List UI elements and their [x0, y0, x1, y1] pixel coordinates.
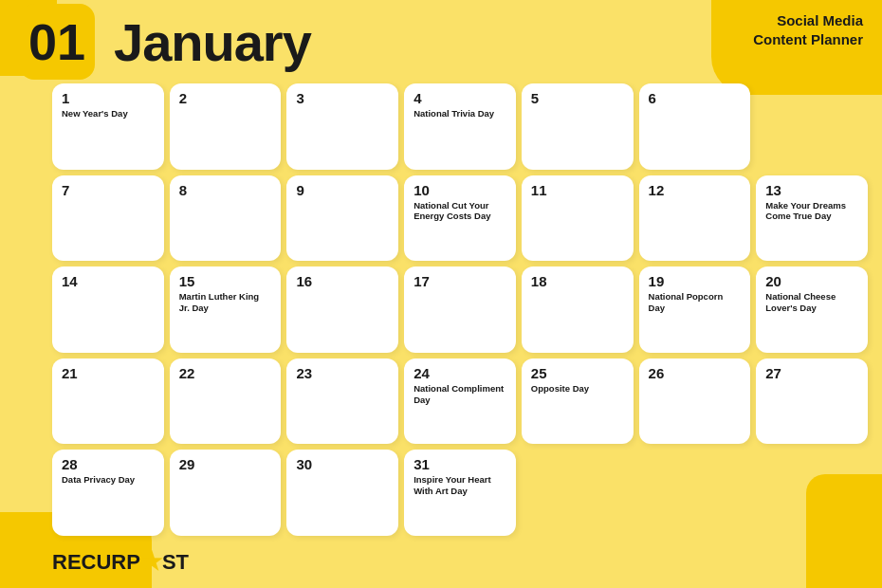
- logo-text: RECUR: [52, 550, 126, 575]
- day-number: 30: [296, 457, 389, 471]
- day-cell: 30: [286, 450, 398, 536]
- day-cell: 9: [286, 175, 398, 262]
- day-cell: 24National Compliment Day: [404, 358, 516, 445]
- day-cell: 6: [639, 83, 751, 170]
- day-number: 13: [765, 183, 858, 197]
- day-number: 29: [179, 457, 272, 471]
- day-cell: 16: [286, 266, 398, 353]
- day-cell: 18: [522, 266, 634, 353]
- day-cell: 17: [404, 266, 516, 353]
- day-cell: 31Inspire Your Heart With Art Day: [404, 450, 516, 536]
- day-cell: 8: [170, 175, 282, 262]
- day-number: 31: [413, 457, 506, 471]
- calendar-grid: 1New Year's Day234National Trivia Day567…: [52, 83, 868, 536]
- day-event: National Popcorn Day: [649, 291, 742, 314]
- day-cell: 29: [170, 450, 282, 536]
- day-event: National Cut Your Energy Costs Day: [413, 200, 506, 223]
- day-number: 7: [62, 183, 155, 197]
- day-cell: 28Data Privacy Day: [52, 450, 164, 536]
- day-event: Opposite Day: [531, 383, 624, 395]
- day-number: 3: [296, 91, 389, 105]
- day-event: National Trivia Day: [413, 108, 506, 119]
- day-cell: 7: [52, 175, 164, 262]
- day-cell: 21: [52, 358, 164, 445]
- day-event: National Cheese Lover's Day: [765, 291, 858, 314]
- day-cell: 11: [522, 175, 634, 262]
- day-number: 14: [62, 274, 155, 288]
- day-number: 27: [765, 366, 858, 380]
- month-name: January: [114, 11, 311, 73]
- day-cell: [639, 450, 751, 536]
- social-media-label: Social Media Content Planner: [753, 11, 863, 48]
- logo-star-icon: ★: [140, 547, 162, 577]
- header: 01 January Social Media Content Planner: [0, 0, 882, 83]
- day-cell: [756, 450, 868, 536]
- day-cell: 3: [286, 83, 398, 170]
- day-number: 6: [649, 91, 742, 105]
- day-cell: 12: [639, 175, 751, 262]
- day-event: Make Your Dreams Come True Day: [765, 200, 858, 223]
- day-number: 25: [531, 366, 624, 380]
- day-cell: 1New Year's Day: [52, 83, 164, 170]
- day-number: 18: [531, 274, 624, 288]
- day-cell: 10National Cut Your Energy Costs Day: [404, 175, 516, 262]
- day-number: 4: [413, 91, 506, 105]
- day-cell: 14: [52, 266, 164, 353]
- day-cell: 4National Trivia Day: [404, 83, 516, 170]
- day-number: 10: [413, 183, 506, 197]
- day-number: 1: [62, 91, 155, 105]
- day-cell: 15Martin Luther King Jr. Day: [170, 266, 282, 353]
- day-number: 11: [531, 183, 624, 197]
- day-cell: 5: [522, 83, 634, 170]
- day-cell: [522, 450, 634, 536]
- day-cell: 27: [756, 358, 868, 445]
- day-cell: 20National Cheese Lover's Day: [756, 266, 868, 353]
- day-number: 26: [649, 366, 742, 380]
- day-event: New Year's Day: [62, 108, 155, 119]
- day-cell: 26: [639, 358, 751, 445]
- day-number: 22: [179, 366, 272, 380]
- day-cell: [756, 83, 868, 170]
- day-number: 2: [179, 91, 272, 105]
- day-number: 24: [413, 366, 506, 380]
- month-number: 01: [19, 4, 95, 80]
- day-number: 21: [62, 366, 155, 380]
- day-cell: 23: [286, 358, 398, 445]
- day-number: 20: [765, 274, 858, 288]
- logo: RECUR P ★ ST: [52, 547, 189, 577]
- day-number: 28: [62, 457, 155, 471]
- day-number: 16: [296, 274, 389, 288]
- day-number: 17: [413, 274, 506, 288]
- day-event: Martin Luther King Jr. Day: [179, 291, 272, 314]
- day-event: National Compliment Day: [413, 383, 506, 406]
- logo-post: P ★ ST: [126, 547, 189, 577]
- day-number: 12: [649, 183, 742, 197]
- day-cell: 2: [170, 83, 282, 170]
- day-number: 19: [649, 274, 742, 288]
- day-number: 8: [179, 183, 272, 197]
- day-cell: 13Make Your Dreams Come True Day: [756, 175, 868, 262]
- day-number: 23: [296, 366, 389, 380]
- day-number: 15: [179, 274, 272, 288]
- day-cell: 22: [170, 358, 282, 445]
- day-event: Data Privacy Day: [62, 474, 155, 486]
- day-number: 5: [531, 91, 624, 105]
- day-number: 9: [296, 183, 389, 197]
- day-cell: 19National Popcorn Day: [639, 266, 751, 353]
- day-cell: 25Opposite Day: [522, 358, 634, 445]
- day-event: Inspire Your Heart With Art Day: [413, 474, 506, 497]
